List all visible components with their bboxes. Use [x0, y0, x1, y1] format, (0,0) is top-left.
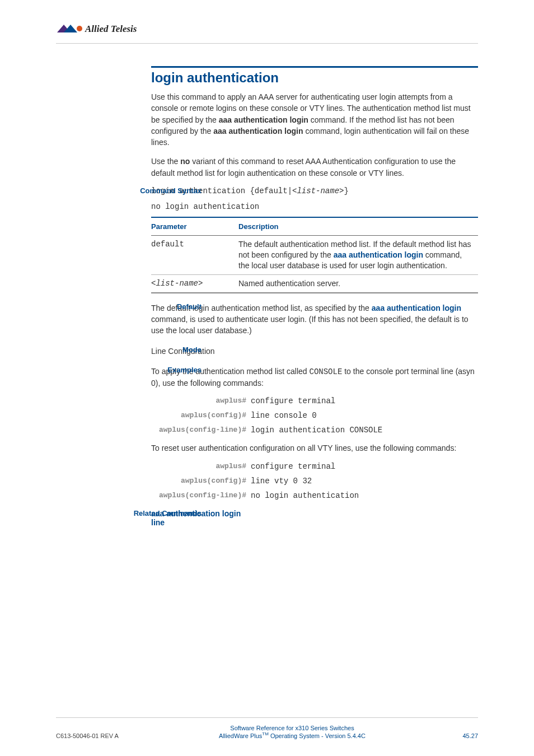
text: AlliedWare Plus	[219, 732, 262, 739]
table-header-parameter: Parameter	[151, 217, 238, 236]
prompt: awplus#	[151, 396, 251, 405]
param-desc: The default authentication method list. …	[238, 236, 478, 275]
text: Use the	[151, 157, 180, 166]
aaa-authentication-login-link[interactable]: aaa authentication login	[334, 250, 423, 259]
footer-center: Software Reference for x310 Series Switc…	[140, 725, 444, 739]
command: line console 0	[251, 411, 317, 420]
mono-text: CONSOLE	[310, 367, 343, 376]
command: no login authentication	[251, 491, 359, 500]
related-link-line[interactable]: line	[151, 518, 478, 527]
trademark: TM	[262, 731, 269, 736]
command: configure terminal	[251, 462, 335, 471]
param-name: default	[151, 236, 238, 275]
prompt: awplus#	[151, 462, 251, 471]
command-block-2: awplus# configure terminal awplus(config…	[151, 462, 478, 500]
mode-label: Mode	[112, 346, 202, 354]
text: Operating System - Version 5.4.4C	[269, 732, 366, 739]
examples-label: Examples	[112, 366, 202, 374]
text: variant of this command to reset AAA Aut…	[151, 157, 456, 177]
logo: Allied Telesis	[56, 22, 478, 36]
example-intro-2: To reset user authentication configurati…	[151, 442, 478, 454]
related-commands-label: Related Commands	[112, 509, 202, 517]
prompt: awplus(config)#	[151, 477, 251, 486]
command: configure terminal	[251, 396, 335, 405]
table-header-description: Description	[238, 217, 478, 236]
footer-doc-id: C613-50046-01 REV A	[56, 732, 140, 739]
intro-paragraph-2: Use the no variant of this command to re…	[151, 156, 478, 179]
command-row: awplus(config)# line console 0	[151, 411, 478, 420]
footer-title: Software Reference for x310 Series Switc…	[140, 725, 444, 731]
cmd-ref: aaa authentication login	[213, 127, 303, 136]
page-footer: C613-50046-01 REV A Software Reference f…	[56, 717, 478, 739]
svg-point-0	[77, 26, 82, 31]
keyword: no	[180, 157, 190, 166]
page-title: login authentication	[151, 66, 478, 86]
command-row: awplus(config-line)# no login authentica…	[151, 491, 478, 500]
footer-subtitle: AlliedWare PlusTM Operating System - Ver…	[140, 731, 444, 739]
default-label: Default	[112, 302, 202, 311]
command-syntax-label: Command Syntax	[112, 186, 202, 195]
aaa-authentication-login-link[interactable]: aaa authentication login	[372, 304, 461, 312]
text: command, is used to authenticate user lo…	[151, 315, 469, 335]
command-block-1: awplus# configure terminal awplus(config…	[151, 396, 478, 435]
header-divider	[56, 43, 478, 44]
command-row: awplus(config)# line vty 0 32	[151, 477, 478, 486]
param-name: <list-name>	[151, 274, 238, 292]
logo-text: Allied Telesis	[85, 24, 137, 34]
command-row: awplus(config-line)# login authenticatio…	[151, 426, 478, 435]
table-row: <list-name> Named authentication server.	[151, 274, 478, 292]
intro-paragraph-1: Use this command to apply an AAA server …	[151, 91, 478, 148]
cmd-ref: aaa authentication login	[219, 115, 308, 124]
param-desc: Named authentication server.	[238, 274, 478, 292]
command-row: awplus# configure terminal	[151, 396, 478, 405]
command-row: awplus# configure terminal	[151, 462, 478, 471]
prompt: awplus(config)#	[151, 411, 251, 420]
command: line vty 0 32	[251, 477, 312, 486]
command: login authentication CONSOLE	[251, 426, 382, 435]
parameter-table: Parameter Description default The defaul…	[151, 217, 478, 293]
page-number: 45.27	[444, 732, 478, 739]
syntax-line: no login authentication	[151, 202, 478, 211]
table-row: default The default authentication metho…	[151, 236, 478, 275]
prompt: awplus(config-line)#	[151, 491, 251, 500]
prompt: awplus(config-line)#	[151, 426, 251, 435]
